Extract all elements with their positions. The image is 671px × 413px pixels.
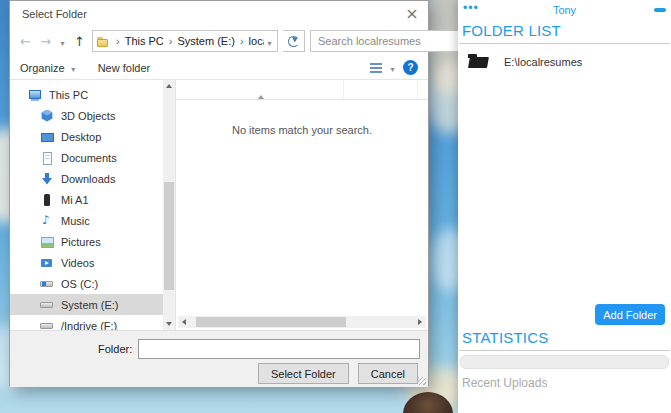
- pictures-icon: [40, 235, 54, 249]
- panel-header: Tony: [458, 0, 671, 20]
- sidebar-item[interactable]: Videos: [10, 252, 163, 273]
- column-header[interactable]: [344, 80, 418, 99]
- statistics-section: STATISTICS Recent Uploads: [458, 327, 671, 390]
- close-icon[interactable]: [396, 1, 428, 26]
- pc-icon: [28, 88, 42, 102]
- sidebar-item[interactable]: System (E:): [10, 294, 163, 315]
- sidebar-item-label: Pictures: [61, 236, 101, 248]
- sidebar-item-label: System (E:): [61, 299, 118, 311]
- uploader-panel: Tony FOLDER LIST E:\localresumes Add Fol…: [458, 0, 671, 413]
- scrollbar-track[interactable]: [190, 316, 414, 328]
- cancel-button[interactable]: Cancel: [358, 363, 418, 384]
- sidebar-vertical-scrollbar[interactable]: [163, 80, 175, 330]
- column-header[interactable]: [418, 80, 428, 99]
- sidebar-item[interactable]: Pictures: [10, 231, 163, 252]
- select-folder-button[interactable]: Select Folder: [258, 363, 349, 384]
- sidebar-item-label: Mi A1: [61, 194, 89, 206]
- breadcrumb-link[interactable]: This PC: [125, 35, 164, 47]
- sidebar-item[interactable]: Mi A1: [10, 189, 163, 210]
- address-bar[interactable]: This PC System (E:) localresumes: [92, 30, 278, 52]
- document-icon: [40, 151, 54, 165]
- organize-label: Organize: [20, 62, 65, 74]
- address-dropdown-caret-icon[interactable]: [265, 34, 274, 49]
- column-headers: [176, 80, 428, 100]
- navigation-pane: This PC 3D Objects Desktop Documents Dow…: [10, 80, 163, 330]
- navigation-bar: This PC System (E:) localresumes: [10, 26, 428, 56]
- phone-icon: [40, 193, 54, 207]
- scroll-left-icon[interactable]: [178, 316, 190, 328]
- refresh-button[interactable]: [283, 30, 305, 52]
- add-folder-button[interactable]: Add Folder: [595, 304, 665, 325]
- desktop-icon: [40, 130, 54, 144]
- folder-list: E:\localresumes: [458, 44, 671, 79]
- breadcrumb-link[interactable]: System (E:): [177, 35, 234, 47]
- resize-grip-icon[interactable]: [418, 377, 426, 385]
- up-arrow-icon[interactable]: [72, 34, 87, 49]
- scrollbar-thumb[interactable]: [164, 182, 174, 290]
- sidebar-item-label: Documents: [61, 152, 117, 164]
- empty-folder-message: No items match your search.: [176, 124, 428, 136]
- folder-path-label: E:\localresumes: [504, 56, 582, 68]
- folder-field-label: Folder:: [98, 343, 132, 355]
- minimize-icon[interactable]: [654, 8, 666, 12]
- drive-icon: [40, 298, 54, 312]
- sidebar-item[interactable]: Music: [10, 210, 163, 231]
- command-toolbar: Organize New folder: [10, 56, 428, 80]
- sidebar-item-label: 3D Objects: [61, 110, 115, 122]
- drive-icon: [40, 319, 54, 331]
- scrollbar-thumb[interactable]: [196, 317, 346, 327]
- scroll-down-icon[interactable]: [163, 318, 175, 330]
- new-folder-label: New folder: [98, 62, 151, 74]
- forward-arrow-icon[interactable]: [38, 34, 53, 49]
- view-caret-icon[interactable]: [388, 60, 397, 75]
- organize-caret-icon: [69, 60, 78, 75]
- breadcrumb-link[interactable]: localresumes: [249, 35, 264, 47]
- breadcrumb: This PC System (E:) localresumes: [111, 35, 264, 47]
- recent-uploads-title: Recent Uploads: [458, 369, 671, 390]
- dialog-footer: Folder: Select Folder Cancel: [10, 330, 428, 387]
- refresh-icon: [288, 36, 299, 47]
- sidebar-item-label: Videos: [61, 257, 94, 269]
- videos-icon: [40, 256, 54, 270]
- sidebar-item[interactable]: Documents: [10, 147, 163, 168]
- folder-name-input[interactable]: [138, 339, 420, 359]
- sidebar-item[interactable]: 3D Objects: [10, 105, 163, 126]
- recent-locations-caret-icon[interactable]: [58, 34, 67, 49]
- dialog-title: Select Folder: [22, 8, 87, 20]
- download-icon: [40, 172, 54, 186]
- file-list-horizontal-scrollbar[interactable]: [178, 316, 426, 328]
- sidebar-item[interactable]: OS (C:): [10, 273, 163, 294]
- toolbar-right-group: [370, 60, 418, 75]
- sidebar-item-label: Music: [61, 215, 90, 227]
- music-icon: [40, 214, 54, 228]
- file-list-pane: No items match your search.: [176, 80, 428, 330]
- select-folder-dialog: Select Folder This PC System (E:) localr…: [9, 0, 429, 386]
- open-folder-icon: [468, 54, 489, 69]
- sort-ascending-icon: [258, 83, 264, 95]
- organize-button[interactable]: Organize: [20, 60, 78, 75]
- help-icon[interactable]: [403, 60, 418, 75]
- username-link[interactable]: Tony: [458, 4, 671, 16]
- folder-name-row: Folder:: [10, 339, 420, 359]
- sidebar-item-label: This PC: [49, 89, 88, 101]
- watched-folder-item[interactable]: E:\localresumes: [458, 44, 671, 79]
- folder-list-title: FOLDER LIST: [458, 20, 671, 43]
- cube-icon: [40, 109, 54, 123]
- back-arrow-icon[interactable]: [18, 34, 33, 49]
- sidebar-item[interactable]: Desktop: [10, 126, 163, 147]
- breadcrumb-segment: System (E:): [164, 35, 235, 47]
- breadcrumb-segment: localresumes: [235, 35, 264, 47]
- new-folder-button[interactable]: New folder: [98, 62, 151, 74]
- dialog-content: This PC 3D Objects Desktop Documents Dow…: [10, 80, 428, 330]
- view-list-icon[interactable]: [370, 63, 382, 73]
- scroll-up-icon[interactable]: [163, 80, 175, 92]
- sidebar-item[interactable]: Downloads: [10, 168, 163, 189]
- desktop: Select Folder This PC System (E:) localr…: [0, 0, 671, 413]
- sidebar-item[interactable]: This PC: [10, 84, 163, 105]
- scroll-right-icon[interactable]: [414, 316, 426, 328]
- sidebar-item-label: Desktop: [61, 131, 101, 143]
- sidebar-item[interactable]: /Indrive (F:): [10, 315, 163, 330]
- search-input[interactable]: [316, 34, 462, 48]
- search-box: [310, 30, 480, 52]
- divider: [459, 350, 670, 351]
